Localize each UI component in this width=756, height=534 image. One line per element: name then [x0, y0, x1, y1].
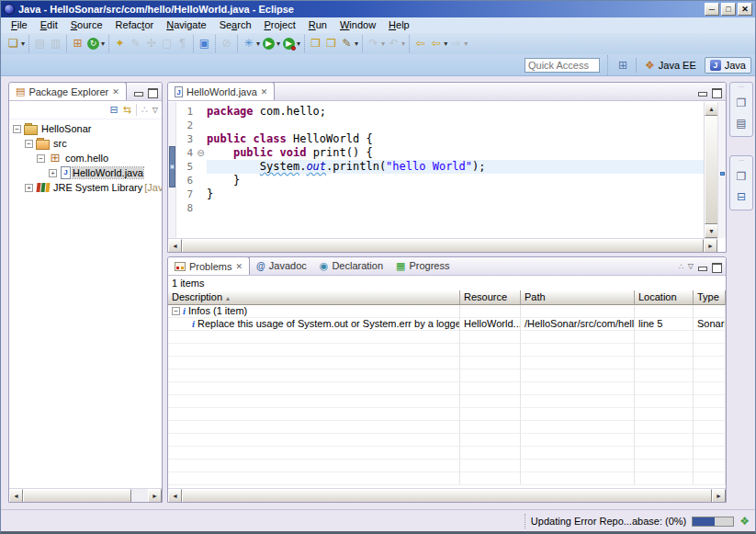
scroll-thumb[interactable]: [182, 239, 704, 253]
close-icon[interactable]: ✕: [235, 262, 243, 271]
scroll-left-icon[interactable]: ◄: [168, 239, 182, 253]
tab-progress[interactable]: ▦Progress: [389, 256, 456, 275]
tab-declaration[interactable]: ◉Declaration: [313, 256, 389, 275]
problems-group-row[interactable]: −iInfos (1 item): [168, 305, 726, 318]
column-header-description[interactable]: Description▴: [168, 290, 460, 305]
info-marker-icon[interactable]: [170, 165, 175, 169]
empty-table-row[interactable]: [168, 395, 726, 408]
column-header-resource[interactable]: Resource: [460, 290, 521, 305]
dropdown-arrow-icon[interactable]: ▾: [256, 40, 260, 48]
tree-item-jre-system-library[interactable]: +JRE System Library[JavaSE: [9, 180, 162, 195]
view-menu-icon[interactable]: ∴: [136, 104, 148, 116]
dropdown-arrow-icon[interactable]: ▾: [297, 40, 300, 48]
scroll-right-icon[interactable]: ►: [148, 489, 162, 503]
expander-plus-icon[interactable]: +: [25, 184, 33, 192]
menu-navigate[interactable]: Navigate: [160, 17, 212, 33]
package-explorer-hscrollbar[interactable]: ◄ ►: [9, 488, 162, 502]
empty-table-row[interactable]: [168, 357, 726, 369]
empty-table-row[interactable]: [168, 344, 726, 357]
code-line-8[interactable]: 8: [176, 201, 704, 215]
window-minimize-button[interactable]: ─: [705, 3, 719, 16]
tree-item-hellosonar[interactable]: −HelloSonar: [9, 121, 162, 136]
menu-search[interactable]: Search: [213, 17, 258, 33]
window-close-button[interactable]: ✕: [738, 3, 752, 16]
menu-source[interactable]: Source: [64, 17, 109, 33]
expander-minus-icon[interactable]: −: [25, 140, 33, 148]
new-java-project-button[interactable]: ⊞: [70, 36, 85, 52]
restore-handle[interactable]: ⋯: [730, 85, 752, 92]
tree-item-helloworld-java[interactable]: +HelloWorld.java: [9, 165, 162, 180]
open-search-button[interactable]: ✦: [112, 36, 128, 52]
tab-helloworld-java[interactable]: J HelloWorld.java ✕: [167, 82, 275, 100]
code-line-2[interactable]: 2: [176, 119, 704, 132]
fold-collapse-icon[interactable]: ⊖: [195, 146, 207, 160]
column-header-path[interactable]: Path: [521, 290, 635, 305]
code-line-7[interactable]: 7}: [176, 187, 704, 201]
annotations-button[interactable]: ✎▾: [339, 36, 359, 52]
title-bar[interactable]: Java - HelloSonar/src/com/hello/HelloWor…: [1, 1, 755, 17]
menu-edit[interactable]: Edit: [34, 17, 64, 33]
editor-body[interactable]: 1package com.hello;23public class HelloW…: [168, 102, 726, 252]
view-menu-dropdown-icon[interactable]: ▽: [688, 262, 694, 271]
open-console-button[interactable]: ▣: [197, 36, 212, 52]
tab-javadoc[interactable]: @Javadoc: [250, 256, 313, 275]
maximize-view-button[interactable]: [711, 87, 721, 97]
last-edit-location-button[interactable]: ⇦: [412, 36, 428, 52]
menu-help[interactable]: Help: [382, 17, 416, 33]
empty-table-row[interactable]: [168, 434, 726, 447]
code-line-1[interactable]: 1package com.hello;: [176, 105, 704, 119]
editor-hscrollbar[interactable]: ◄ ►: [168, 238, 717, 252]
perspective-button-java[interactable]: JJava: [705, 57, 751, 74]
tree-item-src[interactable]: −src: [9, 136, 162, 151]
minimize-view-button[interactable]: [697, 262, 707, 271]
code-line-5[interactable]: 5 System.out.println("hello World");: [176, 160, 704, 174]
scroll-down-icon[interactable]: ▼: [705, 224, 718, 238]
perspective-button-java-ee[interactable]: ❖Java EE: [640, 57, 701, 74]
external-tools-button[interactable]: ▶▾: [281, 36, 301, 52]
back-button[interactable]: ⇦▾: [428, 36, 448, 52]
code-line-3[interactable]: 3public class HelloWorld {: [176, 132, 704, 146]
code-line-6[interactable]: 6 }: [176, 174, 704, 187]
menu-window[interactable]: Window: [333, 17, 382, 33]
scroll-up-icon[interactable]: ▲: [705, 102, 718, 116]
update-software-button[interactable]: ↻▾: [85, 36, 106, 52]
window-maximize-button[interactable]: □: [721, 3, 736, 16]
expander-minus-icon[interactable]: −: [13, 125, 21, 133]
expander-minus-icon[interactable]: −: [37, 154, 45, 163]
empty-table-row[interactable]: [168, 460, 726, 472]
tree-item-com-hello[interactable]: −com.hello: [9, 151, 162, 165]
menu-project[interactable]: Project: [258, 17, 302, 33]
overview-ruler[interactable]: [717, 102, 726, 238]
close-icon[interactable]: ✕: [261, 87, 268, 97]
view-menu-icon[interactable]: ∴: [679, 262, 684, 271]
link-with-editor-icon[interactable]: ⇆: [123, 104, 131, 116]
view-menu-dropdown-icon[interactable]: ▽: [152, 106, 158, 114]
restore-handle[interactable]: ⋯: [730, 158, 752, 165]
scroll-left-icon[interactable]: ◄: [9, 489, 23, 503]
scroll-left-icon[interactable]: ◄: [168, 489, 182, 503]
empty-table-row[interactable]: [168, 472, 726, 485]
tab-package-explorer[interactable]: ▤ Package Explorer ✕: [8, 82, 127, 100]
empty-table-row[interactable]: [168, 447, 726, 460]
editor-vscrollbar[interactable]: ▲ ▼: [704, 102, 717, 238]
code-area[interactable]: 1package com.hello;23public class HelloW…: [176, 102, 704, 238]
outline-view-icon[interactable]: ▤: [732, 114, 750, 132]
scroll-right-icon[interactable]: ►: [704, 239, 717, 253]
empty-table-row[interactable]: [168, 331, 726, 344]
run-button[interactable]: ▶▾: [261, 36, 281, 52]
menu-refactor[interactable]: Refactor: [109, 17, 161, 33]
dropdown-arrow-icon[interactable]: ▾: [101, 40, 105, 48]
background-jobs-icon[interactable]: ❖: [739, 515, 750, 528]
column-header-type[interactable]: Type: [694, 290, 726, 305]
scroll-thumb[interactable]: [705, 116, 718, 224]
tab-problems[interactable]: Problems✕: [167, 256, 250, 275]
empty-table-row[interactable]: [168, 369, 726, 382]
debug-button[interactable]: ✳▾: [241, 36, 261, 52]
problems-hscrollbar[interactable]: ◄ ►: [168, 488, 726, 502]
empty-table-row[interactable]: [168, 408, 726, 421]
maximize-view-button[interactable]: [147, 87, 157, 97]
fast-view-restore-icon[interactable]: ❐: [732, 167, 750, 186]
open-perspective-button[interactable]: ⊞: [614, 57, 632, 74]
open-type-button[interactable]: ❒: [308, 36, 323, 52]
scroll-thumb[interactable]: [182, 489, 712, 503]
